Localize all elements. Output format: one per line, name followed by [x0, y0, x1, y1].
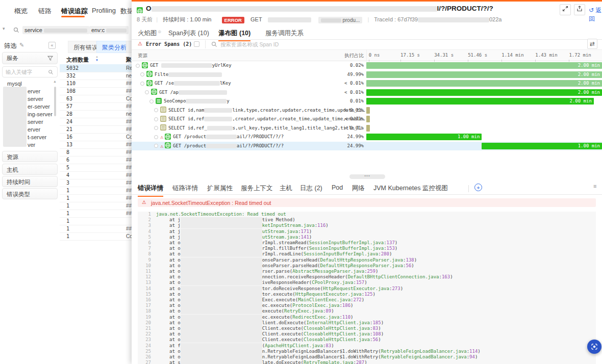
edit-pencil-icon[interactable]: ✎ [19, 42, 24, 48]
waterfall-span-row[interactable]: SELECT id,ref,creator,updater,create_tim… [132, 115, 602, 124]
expand-toggle-icon[interactable] [154, 135, 158, 139]
stack-line: 11at orser.parse(AbstractMessageParser.j… [138, 269, 596, 274]
web-span-icon [165, 134, 171, 140]
active-nav-underline [61, 16, 85, 17]
service-list-item[interactable]: server [28, 96, 43, 102]
expand-toggle-icon[interactable] [154, 126, 158, 130]
waterfall-span-row[interactable]: SeoCompoy0.01%2.00 min [132, 97, 602, 106]
active-detail-tab-underline [138, 196, 163, 197]
filter-chip[interactable]: env:c [89, 26, 129, 34]
add-tab-icon[interactable]: + [474, 184, 482, 191]
service-list-item[interactable]: server [28, 119, 43, 125]
redacted-text [174, 81, 220, 86]
service-list-item[interactable]: erver [28, 126, 40, 133]
detail-tab-1[interactable]: 错误详情 [138, 184, 163, 195]
waterfall-span-row[interactable]: ⚠GET /productail/?/PRODUCT/?/?24.99%1.00… [132, 133, 602, 142]
stack-line-code: at orImpl.streamRead(SessionInputBufferI… [156, 240, 397, 245]
filter-section-3[interactable]: 持续时间 [2, 176, 58, 187]
filter-section-1[interactable]: 资源 [2, 151, 58, 162]
detail-tab-6[interactable]: 日志 (2) [300, 184, 322, 195]
nav-item-1[interactable]: 概览 [14, 7, 28, 16]
redacted-stack-segment [181, 354, 262, 360]
cluster-cell: ## [126, 119, 132, 124]
filter-chip[interactable]: service [22, 26, 89, 34]
detail-tab-9[interactable]: JVM Kubernetes 监控视图 [373, 184, 448, 195]
span-search-input[interactable]: 搜索资源名称或 Span ID [220, 41, 279, 48]
service-list-item[interactable]: ing-server [28, 111, 53, 117]
service-list-item[interactable]: mysql [7, 81, 22, 87]
trace-tab-4[interactable]: 服务调用关系 [265, 29, 304, 39]
detail-tab-7[interactable]: Pod [332, 184, 343, 195]
sort-desc-icon[interactable]: ▼ [95, 59, 98, 62]
expand-toggle-icon[interactable] [136, 64, 140, 68]
scroll-up-icon[interactable]: ▲ [53, 80, 57, 83]
panel-drag-handle[interactable]: ••• [349, 174, 385, 179]
service-list-item[interactable]: erver [28, 88, 40, 94]
detail-tab-8[interactable]: 网络 [352, 184, 365, 195]
error-spans-checkbox[interactable] [194, 41, 199, 47]
collapse-sidebar-icon[interactable]: « [48, 42, 56, 49]
span-name-suffix: lKey [220, 81, 231, 86]
cluster-cell: ## [126, 149, 132, 155]
expand-toggle-icon[interactable] [140, 72, 144, 76]
waterfall-span-row[interactable]: SELECT id,namlink,type,creator,updater,c… [132, 106, 602, 115]
filter-section-4[interactable]: 错误类型 [2, 188, 58, 199]
detail-tab-2[interactable]: 链路详情 [172, 184, 198, 195]
database-span-icon [160, 116, 166, 122]
scrollbar-thumb[interactable] [54, 87, 56, 116]
doc-count-cell: 1 [66, 233, 69, 239]
span-name-prefix: GET /product [173, 143, 206, 148]
share-icon[interactable] [574, 4, 585, 15]
web-span-icon [165, 142, 171, 148]
detail-tab-3[interactable]: 扩展属性 [207, 184, 233, 195]
service-list-item[interactable]: ver [28, 142, 35, 148]
stack-line: 26at on.RetryableFeignLoadBalancer$1.doW… [138, 354, 596, 360]
service-list-item[interactable]: t-server [28, 134, 46, 140]
filter-section-2[interactable]: 主机 [2, 164, 58, 175]
nav-item-2[interactable]: 链路 [38, 7, 52, 16]
sort-asc-icon[interactable]: ▲ [95, 55, 98, 59]
expand-toggle-icon[interactable] [145, 90, 149, 94]
duration-bar: 2.00 min [366, 80, 602, 87]
chevron-down-icon[interactable]: ▾ [3, 26, 5, 31]
service-list-item[interactable]: er-server [28, 103, 50, 110]
compare-swap-icon[interactable]: ⇄ [587, 39, 597, 49]
waterfall-span-row[interactable]: GET /ap< 0.01%2.00 min [132, 88, 602, 97]
filter-section-label: 错误类型 [3, 191, 30, 197]
execution-ratio: 24.99% [347, 142, 364, 151]
detail-tab-5[interactable]: 主机 [280, 184, 292, 195]
filter-funnel-icon[interactable] [47, 56, 53, 61]
fullscreen-icon[interactable] [560, 4, 571, 15]
stack-line-number: 26 [138, 354, 151, 360]
waterfall-span-row[interactable]: GET /selKey< 0.01%2.00 min [132, 79, 602, 88]
settings-fab[interactable] [587, 340, 601, 354]
trace-tab-1[interactable]: 火焰图◎ [138, 29, 161, 39]
stack-line-number: 22 [138, 331, 151, 337]
waterfall-span-row[interactable]: GET yUrlKey0.02%2.00 min [132, 61, 602, 70]
cluster-cell: ## [126, 203, 132, 209]
filter-chip-label: service [24, 27, 42, 33]
expand-toggle-icon[interactable] [149, 99, 154, 103]
redacted-stack-segment [181, 223, 262, 228]
time-tick-label: 34.31 s [434, 53, 454, 58]
stack-line-code: at orImpl.readLine(SessionInputBufferImp… [156, 251, 392, 256]
service-section-header[interactable]: 服务 [2, 52, 58, 64]
span-name-prefix: SELECT id,ref_ [168, 125, 207, 131]
expand-toggle-icon[interactable] [154, 108, 158, 112]
tab-list-menu-icon[interactable]: ≡ [593, 183, 596, 189]
duration-bar: 2.00 min [366, 98, 594, 105]
expand-toggle-icon[interactable] [154, 144, 158, 148]
detail-tab-4[interactable]: 服务上下文 [241, 184, 273, 195]
doc-count-column-header[interactable]: 文档数量 [66, 56, 89, 64]
trace-tab-3[interactable]: 瀑布图 (10) [218, 29, 250, 39]
trace-tab-2[interactable]: Span列表 (10) [168, 29, 209, 39]
waterfall-span-row[interactable]: SELECT id,ref_s,url_key,type,title_lang1… [132, 124, 602, 133]
time-tick-label: 1.14 min [501, 53, 523, 58]
expand-toggle-icon[interactable] [140, 82, 144, 86]
keyword-search-input[interactable]: 输入关键字 [2, 66, 58, 77]
nav-item-4[interactable]: Profiling [92, 7, 116, 14]
waterfall-span-row[interactable]: ⚠GET /productail/?/PRODUCT/?/?24.99%1.00… [132, 142, 602, 151]
expand-toggle-icon[interactable] [154, 117, 158, 121]
waterfall-span-row[interactable]: Filte49.99%2.00 min [132, 70, 602, 80]
nav-item-3[interactable]: 错误追踪 [61, 7, 88, 16]
